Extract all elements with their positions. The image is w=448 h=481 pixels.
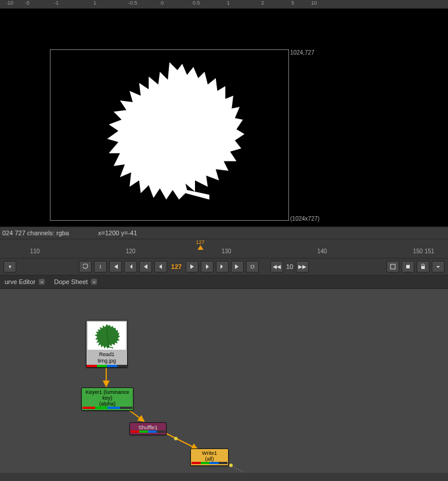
playhead-marker-icon bbox=[197, 245, 203, 250]
top-ruler: -10 -5 -1 1 -0.5 0 0.5 1 2 5 10 bbox=[0, 0, 448, 9]
ruler-tick: 5 bbox=[291, 0, 294, 6]
playhead-frame: 127 bbox=[196, 239, 204, 245]
step-back-button[interactable] bbox=[154, 261, 167, 272]
out-point-button[interactable]: O bbox=[246, 261, 259, 272]
node-read-thumbnail bbox=[88, 322, 126, 350]
dec-increment-button[interactable]: ◀◀ bbox=[270, 261, 283, 272]
tab-label: urve Editor bbox=[5, 278, 35, 285]
tab-dope-sheet[interactable]: Dope Sheet × bbox=[49, 277, 102, 287]
node-keyer[interactable]: Keyer1 (luminance key) (alpha) bbox=[81, 387, 133, 411]
connection-dot-icon bbox=[229, 464, 233, 467]
ruler-tick: 1 bbox=[93, 0, 96, 6]
step-forward-button[interactable] bbox=[201, 261, 214, 272]
next-key-button[interactable] bbox=[216, 261, 229, 272]
timeline-tick: 120 bbox=[126, 248, 136, 254]
svg-rect-2 bbox=[421, 266, 425, 269]
panel-tabs: urve Editor × Dope Sheet × bbox=[0, 275, 448, 289]
node-label: Read1 timg.jpg bbox=[86, 351, 127, 365]
increment-value[interactable]: 10 bbox=[286, 263, 294, 270]
timeline-tick: 130 bbox=[222, 248, 232, 254]
channel-strip-icon bbox=[82, 407, 132, 409]
prev-key-button[interactable] bbox=[124, 261, 137, 272]
timeline-tick: 150 bbox=[413, 248, 423, 254]
ruler-tick: -10 bbox=[6, 0, 13, 6]
node-sublabel: (alpha) bbox=[82, 401, 132, 407]
ruler-tick: -1 bbox=[54, 0, 59, 6]
playhead[interactable]: 127 bbox=[196, 239, 204, 250]
channel-strip-icon bbox=[192, 462, 227, 464]
svg-rect-1 bbox=[406, 265, 410, 268]
loop-button[interactable] bbox=[79, 261, 92, 272]
range-dropdown-button[interactable]: ▾ bbox=[3, 261, 16, 272]
leaf-alpha-icon bbox=[80, 56, 259, 216]
image-format-frame bbox=[50, 49, 289, 221]
ruler-tick: -5 bbox=[25, 0, 30, 6]
node-label: Shuffle1 bbox=[131, 425, 165, 430]
tab-label: Dope Sheet bbox=[54, 278, 88, 285]
ruler-tick: 10 bbox=[311, 0, 317, 6]
in-point-button[interactable]: I bbox=[94, 261, 107, 272]
bbox-info: 024 727 channels: rgba bbox=[2, 229, 69, 236]
timeline-tick: 151 bbox=[425, 248, 435, 254]
svg-rect-0 bbox=[391, 264, 395, 269]
close-icon[interactable]: × bbox=[39, 279, 45, 285]
format-dim-label: (1024x727) bbox=[290, 216, 320, 222]
ruler-tick: 1 bbox=[227, 0, 230, 6]
fullscreen-button[interactable] bbox=[386, 261, 399, 272]
timeline-tick: 140 bbox=[317, 248, 327, 254]
node-shuffle[interactable]: Shuffle1 bbox=[129, 422, 167, 435]
play-reverse-button[interactable] bbox=[139, 261, 152, 272]
ruler-tick: 2 bbox=[261, 0, 264, 6]
current-frame[interactable]: 127 bbox=[169, 263, 183, 270]
play-button[interactable] bbox=[186, 261, 198, 272]
node-label: Keyer1 (luminance key) bbox=[82, 389, 132, 401]
timeline-tick: 110 bbox=[30, 248, 40, 254]
transport-bar: ▾ I 127 O ◀◀ 10 ▶▶ bbox=[0, 259, 448, 275]
node-label: Write1 bbox=[192, 450, 227, 456]
ruler-tick: 0 bbox=[161, 0, 164, 6]
connection-dot-icon bbox=[174, 437, 178, 440]
ruler-tick: -0.5 bbox=[128, 0, 138, 6]
format-corner-label: 1024,727 bbox=[290, 49, 315, 56]
stop-button[interactable] bbox=[402, 261, 414, 272]
channel-strip-icon bbox=[131, 430, 165, 433]
go-to-start-button[interactable] bbox=[109, 261, 122, 272]
node-graph[interactable]: Read1 timg.jpg Keyer1 (luminance key) (a… bbox=[0, 289, 448, 473]
viewer-infobar: 024 727 channels: rgba x=1200 y=-41 bbox=[0, 227, 448, 239]
go-to-end-button[interactable] bbox=[231, 261, 244, 272]
lock-button[interactable] bbox=[417, 261, 429, 272]
download-button[interactable] bbox=[432, 261, 445, 272]
viewer[interactable]: 1024,727 (1024x727) bbox=[0, 9, 448, 227]
svg-line-5 bbox=[162, 432, 197, 449]
node-read[interactable]: Read1 timg.jpg bbox=[86, 320, 128, 368]
connection-line bbox=[0, 289, 448, 473]
node-write[interactable]: Write1 (all) bbox=[190, 448, 229, 466]
inc-increment-button[interactable]: ▶▶ bbox=[296, 261, 309, 272]
tab-curve-editor[interactable]: urve Editor × bbox=[0, 277, 49, 287]
channel-strip-icon bbox=[86, 365, 127, 367]
ruler-tick: 0.5 bbox=[193, 0, 200, 6]
cursor-pos: x=1200 y=-41 bbox=[98, 229, 137, 236]
node-sublabel: (all) bbox=[192, 456, 227, 462]
close-icon[interactable]: × bbox=[91, 279, 97, 285]
timeline[interactable]: 127 110 120 130 140 150 151 bbox=[0, 239, 448, 259]
